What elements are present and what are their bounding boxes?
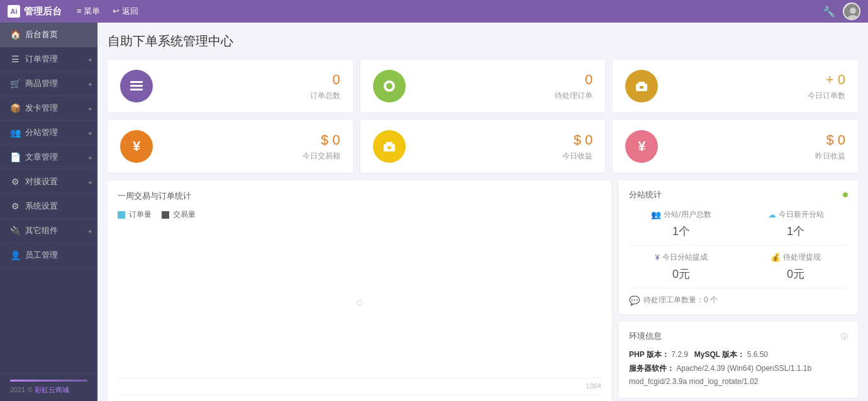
branch-commission-label: ¥ 今日分站提成 [629,252,733,263]
chart-bottom-row: 👤 QQ钱包交易额 💬 微信交易额 💳 支付宝交易额 [118,395,601,401]
svg-rect-3 [130,81,143,83]
logo-label: 管理后台 [24,6,62,18]
legend-item-orders: 订单量 [118,209,152,220]
env-php-value: 7.2.9 [671,350,688,359]
branch-total-label: 👥 分站/用户总数 [629,209,733,220]
plugins-icon: 🔌 [10,226,20,236]
stat-label-1: 待处理订单 [416,91,593,101]
back-nav-item[interactable]: ↩ 返回 [108,3,143,19]
env-server-label: 服务器软件： [629,364,674,373]
stat-value-0: 0 [163,72,340,88]
sidebar-label-articles: 文章管理 [25,151,58,163]
svg-rect-4 [130,85,143,87]
branch-stat-grid: 👥 分站/用户总数 1个 ☁ 今日新开分站 1个 [629,209,848,239]
articles-icon: 📄 [10,152,20,162]
legend-item-transactions: 交易量 [162,209,196,220]
logo-icon-text: Ai [11,8,18,15]
right-panel: 分站统计 👥 分站/用户总数 1个 [619,180,858,401]
stat-info-2: + 0 今日订单数 [668,72,845,101]
legend-label-orders: 订单量 [129,209,152,220]
stat-icon-0 [120,70,153,102]
branch-new-value: 1个 [743,224,848,239]
stat-value-4: $ 0 [416,132,593,148]
user-avatar[interactable] [843,3,860,20]
stat-label-0: 订单总数 [163,91,340,101]
settings-icon[interactable]: 🔧 [823,6,835,18]
menu-nav-label: ≡ 菜单 [77,6,100,17]
back-nav-label: ↩ 返回 [113,6,138,17]
stat-info-4: $ 0 今日收益 [416,132,593,162]
pending-msg-icon: 💬 [629,295,640,305]
pending-msg: 💬 待处理工单数量：0 个 [629,295,848,305]
footer-year: 2021 [10,386,25,393]
sidebar-item-cards[interactable]: 📦 发卡管理 ◂ [0,96,97,121]
chart-x-label: 1004 [118,382,601,390]
stat-label-5: 昨日收益 [668,151,845,162]
stat-value-5: $ 0 [668,132,845,148]
stat-label-3: 今日交易额 [163,151,340,162]
branch-withdraw-label-text: 待处理提现 [783,252,821,263]
stat-icon-5: ¥ [625,130,658,163]
menu-nav-item[interactable]: ≡ 菜单 [72,3,105,19]
branch-arrow: ◂ [88,129,91,136]
stat-label-4: 今日收益 [416,151,593,162]
branch-total-value: 1个 [629,224,733,239]
topbar-right: 🔧 [823,3,860,20]
sidebar-item-dashboard[interactable]: 🏠 后台首页 [0,23,97,47]
products-arrow: ◂ [88,80,91,87]
stat-card-2: + 0 今日订单数 [613,60,858,113]
sidebar-item-staff[interactable]: 👤 员工管理 [0,243,97,268]
stat-info-0: 0 订单总数 [163,72,340,101]
sidebar-label-cards: 发卡管理 [25,102,58,114]
legend-label-transactions: 交易量 [173,209,196,220]
stat-card-3: ¥ $ 0 今日交易额 [108,120,353,173]
svg-point-1 [850,8,856,14]
stat-info-1: 0 待处理订单 [416,72,593,101]
branch-withdraw-value: 0元 [743,266,848,282]
branch-new-label-text: 今日新开分站 [779,209,824,220]
logo-icon-box: Ai [8,5,20,18]
sidebar-item-orders[interactable]: ☰ 订单管理 ◂ [0,47,97,72]
branch-stat-commission: ¥ 今日分站提成 0元 [629,252,733,282]
branch-withdraw-label: 💰 待处理提现 [743,252,848,263]
topbar-logo: Ai 管理后台 [8,5,62,18]
env-php-row: PHP 版本： 7.2.9 MySQL 版本： 5.6.50 [629,348,848,362]
stat-info-5: $ 0 昨日收益 [668,132,845,162]
sidebar: 🏠 后台首页 ☰ 订单管理 ◂ 🛒 商品管理 ◂ 📦 发卡管理 ◂ 👥 分站管理… [0,23,97,401]
sidebar-item-products[interactable]: 🛒 商品管理 ◂ [0,72,97,96]
env-server-row: 服务器软件： Apache/2.4.39 (Win64) OpenSSL/1.1… [629,362,848,389]
footer-link[interactable]: 彩虹云商城 [35,386,69,393]
sidebar-item-plugins[interactable]: 🔌 其它组件 ◂ [0,219,97,243]
branch-commission-value: 0元 [629,266,733,282]
sidebar-item-branch[interactable]: 👥 分站管理 ◂ [0,121,97,145]
env-info-card: 环境信息 ⓘ PHP 版本： 7.2.9 MySQL 版本： 5.6.50 服务… [619,322,858,398]
orders-arrow: ◂ [88,56,91,63]
sidebar-item-docking[interactable]: ⚙ 对接设置 ◂ [0,170,97,194]
stat-icon-2 [625,70,658,102]
svg-rect-10 [640,86,643,89]
sidebar-label-staff: 员工管理 [25,250,58,261]
orders-icon: ☰ [10,54,20,64]
branch-icon: 👥 [10,128,20,138]
stat-card-1: 0 待处理订单 [360,60,606,113]
env-info-icon[interactable]: ⓘ [841,332,848,341]
stat-card-5: ¥ $ 0 昨日收益 [613,120,858,173]
sidebar-label-products: 商品管理 [25,78,58,89]
env-card-title: 环境信息 [629,331,662,342]
sidebar-item-system[interactable]: ⚙ 系统设置 [0,194,97,219]
sidebar-label-dashboard: 后台首页 [25,29,58,40]
stat-label-2: 今日订单数 [668,91,845,101]
stat-cards-grid: 0 订单总数 0 待处理订单 [108,60,858,173]
env-mysql-value: 5.6.50 [747,350,768,359]
env-mysql-label: MySQL 版本： [694,350,745,359]
pending-msg-text: 待处理工单数量：0 个 [643,295,718,305]
legend-dot-transactions [162,211,169,219]
docking-icon: ⚙ [10,177,20,187]
branch-stat-withdraw: 💰 待处理提现 0元 [743,252,848,282]
system-icon: ⚙ [10,201,20,211]
sidebar-item-articles[interactable]: 📄 文章管理 ◂ [0,145,97,170]
chart-legend: 订单量 交易量 [118,209,601,220]
chart-card: 一周交易与订单统计 订单量 交易量 ○ 1004 [108,180,611,401]
svg-rect-9 [638,82,645,84]
branch-stats-header: 分站统计 [629,189,848,200]
